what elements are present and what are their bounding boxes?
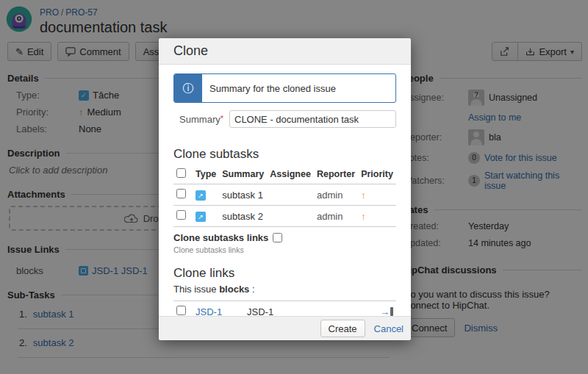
linked-issue-key-link[interactable]: JSD-1 xyxy=(196,306,222,317)
subtask-checkbox[interactable] xyxy=(176,210,186,220)
linked-issue-summary: JSD-1 xyxy=(247,306,273,317)
create-button[interactable]: Create xyxy=(320,320,365,337)
clone-link-checkbox[interactable] xyxy=(176,306,186,315)
summary-input[interactable] xyxy=(229,110,396,128)
select-all-subtasks-checkbox[interactable] xyxy=(176,168,186,178)
col-priority: Priority xyxy=(358,165,396,184)
subtask-clone-row: ↗ subtask 1 admin ↑ xyxy=(173,184,396,206)
subtask-reporter: admin xyxy=(314,184,358,206)
subtask-checkbox[interactable] xyxy=(176,189,186,198)
intro-prefix: This issue xyxy=(173,284,217,295)
dialog-footer: Create Cancel xyxy=(159,316,411,340)
priority-up-icon: ↑ xyxy=(361,190,366,201)
info-message: ⓘ Summary for the cloned issue xyxy=(173,73,396,103)
subtask-assignee xyxy=(267,184,314,206)
info-message-text: Summary for the cloned issue xyxy=(202,74,343,102)
subtask-reporter: admin xyxy=(314,206,358,227)
clone-subtasks-heading: Clone subtasks xyxy=(173,147,396,162)
col-summary: Summary xyxy=(219,165,267,184)
subtask-type-icon: ↗ xyxy=(196,212,206,222)
clone-subtasks-links-label: Clone subtasks links xyxy=(173,232,268,243)
required-indicator: * xyxy=(220,114,223,123)
summary-label-text: Summary xyxy=(179,114,220,125)
col-type: Type xyxy=(193,165,219,184)
subtask-type-icon: ↗ xyxy=(196,190,206,201)
clone-subtasks-table: Type Summary Assignee Reporter Priority … xyxy=(173,165,396,227)
intro-suffix: : xyxy=(252,284,255,295)
subtask-summary: subtask 1 xyxy=(219,184,267,206)
clone-links-intro: This issue blocks : xyxy=(173,284,396,295)
col-reporter: Reporter xyxy=(314,165,358,184)
subtask-assignee xyxy=(267,206,314,227)
subtask-clone-row: ↗ subtask 2 admin ↑ xyxy=(173,206,396,227)
priority-up-icon: ↑ xyxy=(361,211,366,222)
clone-subtasks-links-checkbox[interactable] xyxy=(273,233,282,242)
link-arrow-icon: → xyxy=(380,306,390,317)
create-button-label: Create xyxy=(329,323,357,334)
info-icon: ⓘ xyxy=(183,82,194,96)
link-direction-icon: → xyxy=(380,306,393,317)
intro-relation: blocks xyxy=(219,284,249,295)
clone-dialog: Clone ⓘ Summary for the cloned issue Sum… xyxy=(159,38,411,340)
clone-subtasks-links-description: Clone subtasks links xyxy=(173,245,396,254)
clone-link-row: JSD-1 JSD-1 → xyxy=(173,301,396,317)
clone-links-table: JSD-1 JSD-1 → xyxy=(173,301,396,316)
summary-label: Summary* xyxy=(173,114,229,125)
clone-links-heading: Clone links xyxy=(173,266,396,281)
cancel-link[interactable]: Cancel xyxy=(374,323,404,334)
subtask-summary: subtask 2 xyxy=(219,206,267,227)
col-assignee: Assignee xyxy=(267,165,314,184)
dialog-title: Clone xyxy=(159,38,411,65)
